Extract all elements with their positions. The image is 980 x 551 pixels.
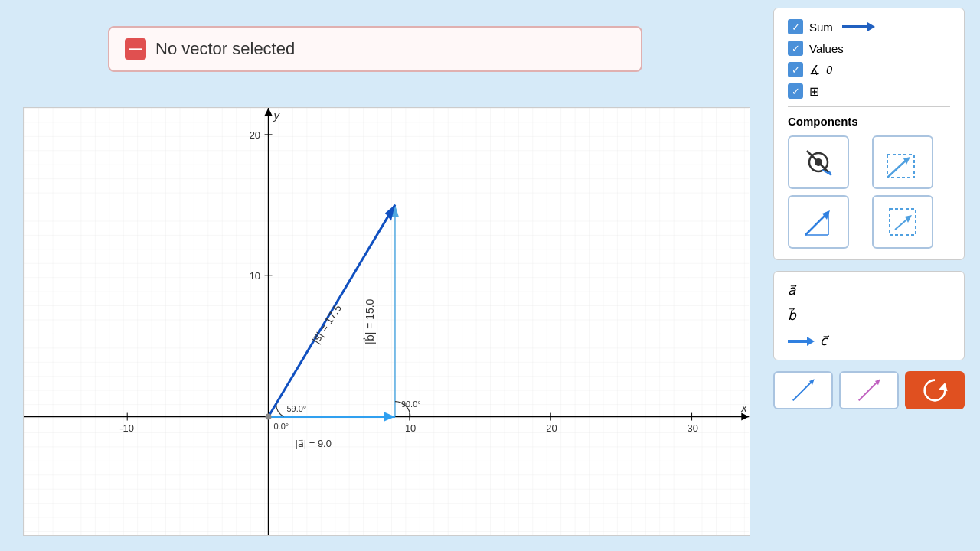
svg-text:-10: -10 bbox=[119, 422, 134, 434]
svg-text:10: 10 bbox=[250, 270, 260, 282]
vector-list-panel: a⃗ b⃗ c⃗ bbox=[773, 271, 965, 360]
options-panel: ✓ Sum ✓ Values ✓ ∡ θ ✓ ⊞ Components bbox=[773, 8, 965, 260]
divider bbox=[788, 106, 950, 107]
angle-icon: ∡ bbox=[809, 63, 820, 77]
svg-text:59.0°: 59.0° bbox=[286, 404, 306, 413]
bottom-btn-reset[interactable] bbox=[905, 371, 965, 409]
svg-text:|b⃗| = 15.0: |b⃗| = 15.0 bbox=[363, 298, 376, 344]
values-label: Values bbox=[809, 42, 844, 55]
svg-line-50 bbox=[793, 380, 814, 401]
vector-c-arrow-icon bbox=[788, 340, 809, 343]
sum-checkbox[interactable]: ✓ bbox=[788, 19, 803, 34]
comp-btn-solid-components[interactable] bbox=[788, 195, 849, 249]
svg-text:10: 10 bbox=[405, 422, 416, 434]
angle-label: θ bbox=[826, 64, 832, 77]
svg-marker-49 bbox=[905, 215, 912, 223]
grid-checkbox[interactable]: ✓ bbox=[788, 83, 803, 99]
svg-rect-2 bbox=[24, 108, 750, 535]
vector-a-symbol: a⃗ bbox=[788, 282, 795, 298]
graph-area[interactable]: -10 10 20 30 10 20 x y bbox=[23, 107, 750, 536]
svg-line-37 bbox=[807, 151, 830, 174]
sum-option-row[interactable]: ✓ Sum bbox=[788, 19, 950, 34]
sum-label: Sum bbox=[809, 21, 833, 34]
components-title: Components bbox=[788, 115, 950, 128]
comp-btn-hide[interactable] bbox=[788, 135, 849, 189]
svg-marker-54 bbox=[939, 383, 947, 391]
svg-text:30: 30 bbox=[688, 422, 698, 434]
svg-text:20: 20 bbox=[546, 422, 557, 434]
angle-option-row[interactable]: ✓ ∡ θ bbox=[788, 62, 950, 77]
svg-text:|a⃗| = 9.0: |a⃗| = 9.0 bbox=[295, 438, 331, 449]
values-option-row[interactable]: ✓ Values bbox=[788, 41, 950, 56]
bottom-btn-1[interactable] bbox=[773, 371, 833, 409]
svg-text:0.0°: 0.0° bbox=[274, 422, 289, 431]
comp-btn-show-components[interactable] bbox=[872, 135, 933, 189]
svg-point-34 bbox=[266, 414, 272, 420]
svg-line-52 bbox=[859, 380, 880, 401]
components-grid bbox=[788, 135, 950, 249]
notification-banner: — No vector selected bbox=[108, 26, 642, 72]
svg-rect-47 bbox=[890, 209, 916, 235]
graph-canvas: -10 10 20 30 10 20 x y bbox=[24, 108, 750, 535]
vector-a-entry: a⃗ bbox=[788, 282, 950, 298]
angle-checkbox[interactable]: ✓ bbox=[788, 62, 803, 77]
bottom-btn-2[interactable] bbox=[839, 371, 899, 409]
svg-text:20: 20 bbox=[250, 129, 260, 141]
comp-btn-dashed-box[interactable] bbox=[872, 195, 933, 249]
bottom-buttons bbox=[773, 371, 965, 409]
grid-icon: ⊞ bbox=[809, 84, 819, 99]
svg-text:x: x bbox=[740, 401, 747, 414]
sum-arrow-icon bbox=[842, 25, 870, 28]
notification-icon: — bbox=[125, 38, 146, 60]
svg-text:90.0°: 90.0° bbox=[401, 399, 421, 409]
vector-b-entry: b⃗ bbox=[788, 308, 950, 324]
notification-text: No vector selected bbox=[155, 39, 295, 59]
right-panel: ✓ Sum ✓ Values ✓ ∡ θ ✓ ⊞ Components bbox=[773, 8, 965, 409]
vector-b-symbol: b⃗ bbox=[788, 308, 796, 324]
vector-c-symbol: c⃗ bbox=[820, 333, 827, 349]
vector-c-entry: c⃗ bbox=[788, 333, 950, 349]
values-checkbox[interactable]: ✓ bbox=[788, 41, 803, 56]
grid-option-row[interactable]: ✓ ⊞ bbox=[788, 83, 950, 99]
